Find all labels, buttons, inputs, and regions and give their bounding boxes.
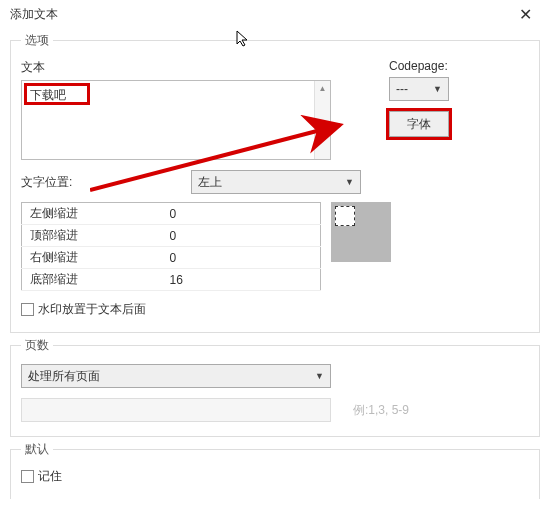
pages-value: 处理所有页面: [28, 368, 100, 385]
chevron-down-icon: ▼: [345, 177, 354, 187]
position-select[interactable]: 左上 ▼: [191, 170, 361, 194]
watermark-behind-checkbox[interactable]: [21, 303, 34, 316]
dialog-title: 添加文本: [10, 6, 58, 23]
codepage-label: Codepage:: [389, 59, 529, 73]
pages-range-input: [21, 398, 331, 422]
watermark-behind-label: 水印放置于文本后面: [38, 301, 146, 318]
remember-checkbox[interactable]: [21, 470, 34, 483]
pages-select[interactable]: 处理所有页面 ▼: [21, 364, 331, 388]
indent-table[interactable]: 左侧缩进 0 顶部缩进 0 右侧缩进 0 底部缩进 16: [21, 202, 321, 291]
preview-swatch[interactable]: [331, 202, 391, 262]
pages-range-example: 例:1,3, 5-9: [353, 402, 409, 419]
remember-label: 记住: [38, 468, 62, 485]
indent-label: 顶部缩进: [22, 225, 162, 247]
text-label: 文本: [21, 59, 375, 76]
table-row[interactable]: 左侧缩进 0: [22, 203, 321, 225]
font-button[interactable]: 字体: [389, 111, 449, 137]
table-row[interactable]: 顶部缩进 0: [22, 225, 321, 247]
default-legend: 默认: [21, 441, 53, 458]
options-legend: 选项: [21, 32, 53, 49]
indent-value[interactable]: 0: [162, 225, 321, 247]
position-value: 左上: [198, 174, 222, 191]
pages-group: 页数 处理所有页面 ▼ 例:1,3, 5-9: [10, 337, 540, 437]
codepage-select[interactable]: --- ▼: [389, 77, 449, 101]
table-row[interactable]: 底部缩进 16: [22, 269, 321, 291]
options-group: 选项 文本 下载吧 ▲ Codepage: --- ▼ 字体: [10, 32, 540, 333]
close-icon[interactable]: ✕: [510, 5, 540, 24]
position-label: 文字位置:: [21, 174, 171, 191]
default-group: 默认 记住: [10, 441, 540, 499]
chevron-down-icon: ▼: [433, 84, 442, 94]
text-value: 下载吧: [22, 81, 330, 110]
codepage-value: ---: [396, 82, 408, 96]
font-button-label: 字体: [407, 116, 431, 133]
indent-label: 底部缩进: [22, 269, 162, 291]
indent-label: 左侧缩进: [22, 203, 162, 225]
indent-label: 右侧缩进: [22, 247, 162, 269]
chevron-down-icon: ▼: [315, 371, 324, 381]
preview-inner: [335, 206, 355, 226]
table-row[interactable]: 右侧缩进 0: [22, 247, 321, 269]
pages-legend: 页数: [21, 337, 53, 354]
text-input[interactable]: 下载吧 ▲: [21, 80, 331, 160]
scroll-up-icon[interactable]: ▲: [315, 81, 330, 95]
indent-value[interactable]: 16: [162, 269, 321, 291]
indent-value[interactable]: 0: [162, 203, 321, 225]
indent-value[interactable]: 0: [162, 247, 321, 269]
scrollbar[interactable]: ▲: [314, 81, 330, 159]
